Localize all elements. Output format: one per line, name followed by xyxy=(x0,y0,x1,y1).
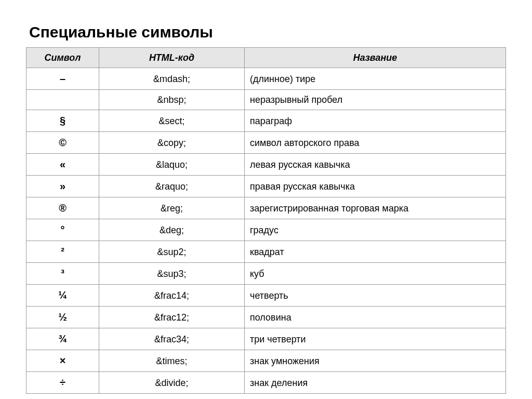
col-header-name: Название xyxy=(245,48,506,68)
table-row: ¾&frac34;три четверти xyxy=(26,328,506,350)
cell-name: три четверти xyxy=(245,328,506,350)
cell-html-code: &reg; xyxy=(99,197,245,219)
cell-symbol: © xyxy=(26,132,99,154)
cell-symbol: ³ xyxy=(26,263,99,285)
table-row: ³&sup3;куб xyxy=(26,263,506,285)
table-row: §&sect;параграф xyxy=(26,110,506,132)
table-header-row: Символ HTML-код Название xyxy=(26,48,506,68)
cell-name: куб xyxy=(245,263,506,285)
cell-symbol: ¾ xyxy=(26,328,99,350)
cell-symbol: « xyxy=(26,154,99,176)
cell-symbol: ½ xyxy=(26,307,99,328)
cell-html-code: &nbsp; xyxy=(99,90,245,110)
cell-symbol: ® xyxy=(26,197,99,219)
cell-symbol: – xyxy=(26,68,99,90)
cell-name: квадрат xyxy=(245,241,506,263)
cell-name: знак умножения xyxy=(245,350,506,372)
cell-name: неразрывный пробел xyxy=(245,90,506,110)
cell-name: левая русская кавычка xyxy=(245,154,506,176)
col-header-code: HTML-код xyxy=(99,48,245,68)
cell-symbol: ° xyxy=(26,219,99,241)
table-row: ²&sup2;квадрат xyxy=(26,241,506,263)
cell-symbol: » xyxy=(26,176,99,197)
cell-symbol: ÷ xyxy=(26,372,99,394)
cell-html-code: &frac14; xyxy=(99,285,245,307)
cell-symbol: ¼ xyxy=(26,285,99,307)
cell-html-code: &times; xyxy=(99,350,245,372)
table-row: ½&frac12;половина xyxy=(26,307,506,328)
cell-html-code: &sup3; xyxy=(99,263,245,285)
table-row: ®&reg;зарегистрированная торговая марка xyxy=(26,197,506,219)
cell-html-code: &sect; xyxy=(99,110,245,132)
cell-html-code: &divide; xyxy=(99,372,245,394)
table-row: «&laquo;левая русская кавычка xyxy=(26,154,506,176)
cell-html-code: &copy; xyxy=(99,132,245,154)
cell-symbol: ² xyxy=(26,241,99,263)
table-row: –&mdash;(длинное) тире xyxy=(26,68,506,90)
cell-name: параграф xyxy=(245,110,506,132)
cell-name: зарегистрированная торговая марка xyxy=(245,197,506,219)
cell-html-code: &mdash; xyxy=(99,68,245,90)
table-row: »&raquo;правая русская кавычка xyxy=(26,176,506,197)
cell-html-code: &deg; xyxy=(99,219,245,241)
cell-symbol xyxy=(26,90,99,110)
cell-name: градус xyxy=(245,219,506,241)
table-row: ¼&frac14;четверть xyxy=(26,285,506,307)
col-header-symbol: Символ xyxy=(26,48,99,68)
cell-symbol: § xyxy=(26,110,99,132)
cell-html-code: &frac12; xyxy=(99,307,245,328)
cell-name: символ авторского права xyxy=(245,132,506,154)
cell-html-code: &frac34; xyxy=(99,328,245,350)
page-heading: Специальные символы xyxy=(29,23,506,41)
cell-html-code: &raquo; xyxy=(99,176,245,197)
table-row: ©&copy;символ авторского права xyxy=(26,132,506,154)
cell-symbol: × xyxy=(26,350,99,372)
table-row: °&deg;градус xyxy=(26,219,506,241)
table-row: ÷&divide;знак деления xyxy=(26,372,506,394)
cell-html-code: &sup2; xyxy=(99,241,245,263)
cell-name: четверть xyxy=(245,285,506,307)
cell-name: правая русская кавычка xyxy=(245,176,506,197)
cell-name: знак деления xyxy=(245,372,506,394)
table-row: ×&times;знак умножения xyxy=(26,350,506,372)
cell-html-code: &laquo; xyxy=(99,154,245,176)
cell-name: (длинное) тире xyxy=(245,68,506,90)
special-symbols-table: Символ HTML-код Название –&mdash;(длинно… xyxy=(26,47,506,394)
cell-name: половина xyxy=(245,307,506,328)
table-row: &nbsp;неразрывный пробел xyxy=(26,90,506,110)
